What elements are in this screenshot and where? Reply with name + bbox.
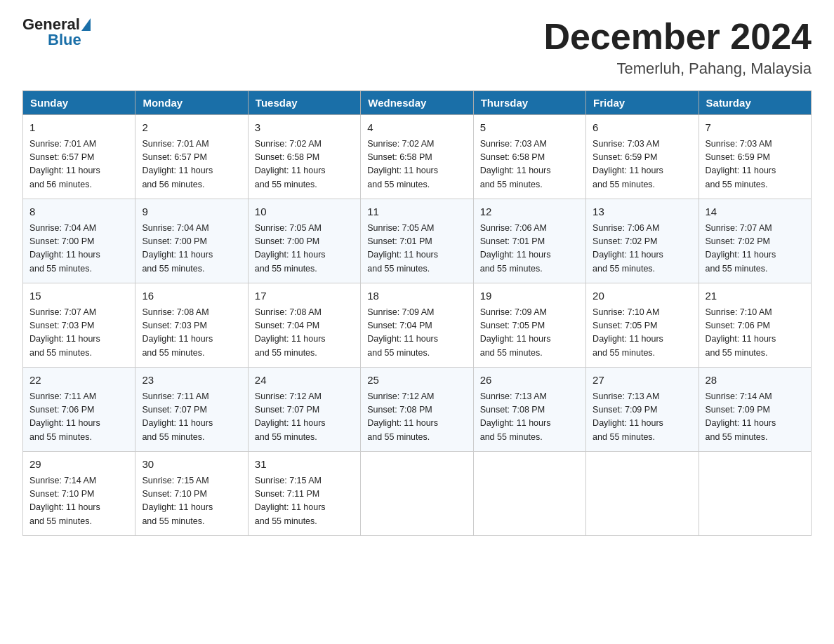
calendar-week-row: 22Sunrise: 7:11 AMSunset: 7:06 PMDayligh… [23, 368, 812, 452]
calendar-week-row: 15Sunrise: 7:07 AMSunset: 7:03 PMDayligh… [23, 283, 812, 368]
day-info: Sunrise: 7:02 AMSunset: 6:58 PMDaylight:… [367, 137, 466, 192]
day-info: Sunrise: 7:15 AMSunset: 7:11 PMDaylight:… [255, 474, 354, 529]
logo-general-text: General [22, 17, 80, 32]
col-header-tuesday: Tuesday [248, 91, 360, 115]
calendar-cell: 1Sunrise: 7:01 AMSunset: 6:57 PMDaylight… [23, 115, 135, 199]
calendar-cell: 30Sunrise: 7:15 AMSunset: 7:10 PMDayligh… [135, 452, 248, 536]
calendar-cell: 17Sunrise: 7:08 AMSunset: 7:04 PMDayligh… [248, 283, 360, 368]
day-number: 24 [255, 373, 354, 389]
calendar-week-row: 8Sunrise: 7:04 AMSunset: 7:00 PMDaylight… [23, 199, 812, 283]
day-number: 9 [142, 204, 241, 220]
calendar-cell: 4Sunrise: 7:02 AMSunset: 6:58 PMDaylight… [361, 115, 473, 199]
col-header-monday: Monday [135, 91, 248, 115]
day-info: Sunrise: 7:06 AMSunset: 7:01 PMDaylight:… [480, 222, 579, 276]
day-number: 30 [142, 457, 241, 473]
title-area: December 2024 Temerluh, Pahang, Malaysia [543, 17, 812, 78]
calendar-cell: 8Sunrise: 7:04 AMSunset: 7:00 PMDaylight… [23, 199, 135, 283]
calendar-cell: 21Sunrise: 7:10 AMSunset: 7:06 PMDayligh… [699, 283, 811, 368]
calendar-cell: 19Sunrise: 7:09 AMSunset: 7:05 PMDayligh… [473, 283, 585, 368]
calendar-table: SundayMondayTuesdayWednesdayThursdayFrid… [22, 90, 812, 536]
day-number: 8 [29, 204, 128, 220]
day-number: 21 [706, 288, 805, 304]
day-number: 23 [142, 373, 241, 389]
calendar-cell: 14Sunrise: 7:07 AMSunset: 7:02 PMDayligh… [699, 199, 811, 283]
day-info: Sunrise: 7:05 AMSunset: 7:01 PMDaylight:… [367, 222, 466, 276]
day-info: Sunrise: 7:06 AMSunset: 7:02 PMDaylight:… [593, 222, 691, 276]
logo: General Blue [22, 17, 92, 49]
calendar-cell: 16Sunrise: 7:08 AMSunset: 7:03 PMDayligh… [135, 283, 248, 368]
calendar-cell: 22Sunrise: 7:11 AMSunset: 7:06 PMDayligh… [23, 368, 135, 452]
day-number: 31 [255, 457, 354, 473]
col-header-saturday: Saturday [699, 91, 811, 115]
day-info: Sunrise: 7:13 AMSunset: 7:09 PMDaylight:… [593, 390, 691, 445]
day-number: 4 [367, 120, 466, 136]
calendar-week-row: 1Sunrise: 7:01 AMSunset: 6:57 PMDaylight… [23, 115, 812, 199]
logo-blue-text: Blue [48, 31, 81, 49]
day-info: Sunrise: 7:08 AMSunset: 7:03 PMDaylight:… [142, 306, 241, 361]
day-info: Sunrise: 7:05 AMSunset: 7:00 PMDaylight:… [255, 222, 354, 276]
calendar-cell: 11Sunrise: 7:05 AMSunset: 7:01 PMDayligh… [361, 199, 473, 283]
day-number: 3 [255, 120, 354, 136]
day-number: 19 [480, 288, 579, 304]
day-info: Sunrise: 7:03 AMSunset: 6:59 PMDaylight:… [706, 137, 805, 192]
day-info: Sunrise: 7:09 AMSunset: 7:05 PMDaylight:… [480, 306, 579, 361]
col-header-friday: Friday [586, 91, 699, 115]
day-info: Sunrise: 7:11 AMSunset: 7:06 PMDaylight:… [29, 390, 128, 445]
calendar-cell: 29Sunrise: 7:14 AMSunset: 7:10 PMDayligh… [23, 452, 135, 536]
logo-triangle-icon [81, 18, 91, 31]
day-info: Sunrise: 7:04 AMSunset: 7:00 PMDaylight:… [29, 222, 128, 276]
calendar-cell: 28Sunrise: 7:14 AMSunset: 7:09 PMDayligh… [699, 368, 811, 452]
location-title: Temerluh, Pahang, Malaysia [543, 60, 812, 78]
day-info: Sunrise: 7:03 AMSunset: 6:58 PMDaylight:… [480, 137, 579, 192]
calendar-cell: 9Sunrise: 7:04 AMSunset: 7:00 PMDaylight… [135, 199, 248, 283]
day-number: 22 [29, 373, 128, 389]
calendar-cell: 25Sunrise: 7:12 AMSunset: 7:08 PMDayligh… [361, 368, 473, 452]
calendar-cell: 15Sunrise: 7:07 AMSunset: 7:03 PMDayligh… [23, 283, 135, 368]
day-info: Sunrise: 7:08 AMSunset: 7:04 PMDaylight:… [255, 306, 354, 361]
col-header-thursday: Thursday [473, 91, 585, 115]
col-header-sunday: Sunday [23, 91, 135, 115]
calendar-cell: 6Sunrise: 7:03 AMSunset: 6:59 PMDaylight… [586, 115, 699, 199]
header: General Blue December 2024 Temerluh, Pah… [22, 17, 812, 78]
day-info: Sunrise: 7:14 AMSunset: 7:09 PMDaylight:… [706, 390, 805, 445]
day-info: Sunrise: 7:07 AMSunset: 7:02 PMDaylight:… [706, 222, 805, 276]
calendar-cell [699, 452, 811, 536]
day-info: Sunrise: 7:02 AMSunset: 6:58 PMDaylight:… [255, 137, 354, 192]
calendar-cell: 10Sunrise: 7:05 AMSunset: 7:00 PMDayligh… [248, 199, 360, 283]
day-info: Sunrise: 7:09 AMSunset: 7:04 PMDaylight:… [367, 306, 466, 361]
day-info: Sunrise: 7:11 AMSunset: 7:07 PMDaylight:… [142, 390, 241, 445]
day-number: 28 [706, 373, 805, 389]
calendar-cell: 26Sunrise: 7:13 AMSunset: 7:08 PMDayligh… [473, 368, 585, 452]
day-info: Sunrise: 7:01 AMSunset: 6:57 PMDaylight:… [142, 137, 241, 192]
day-info: Sunrise: 7:15 AMSunset: 7:10 PMDaylight:… [142, 474, 241, 529]
calendar-cell: 12Sunrise: 7:06 AMSunset: 7:01 PMDayligh… [473, 199, 585, 283]
day-info: Sunrise: 7:01 AMSunset: 6:57 PMDaylight:… [29, 137, 128, 192]
day-number: 13 [593, 204, 691, 220]
calendar-cell: 31Sunrise: 7:15 AMSunset: 7:11 PMDayligh… [248, 452, 360, 536]
calendar-week-row: 29Sunrise: 7:14 AMSunset: 7:10 PMDayligh… [23, 452, 812, 536]
day-number: 1 [29, 120, 128, 136]
day-number: 7 [706, 120, 805, 136]
day-info: Sunrise: 7:12 AMSunset: 7:08 PMDaylight:… [367, 390, 466, 445]
day-number: 11 [367, 204, 466, 220]
calendar-cell [586, 452, 699, 536]
day-info: Sunrise: 7:10 AMSunset: 7:05 PMDaylight:… [593, 306, 691, 361]
month-title: December 2024 [543, 17, 812, 57]
day-info: Sunrise: 7:14 AMSunset: 7:10 PMDaylight:… [29, 474, 128, 529]
calendar-cell: 2Sunrise: 7:01 AMSunset: 6:57 PMDaylight… [135, 115, 248, 199]
calendar-cell [361, 452, 473, 536]
day-number: 16 [142, 288, 241, 304]
calendar-cell: 3Sunrise: 7:02 AMSunset: 6:58 PMDaylight… [248, 115, 360, 199]
calendar-cell: 27Sunrise: 7:13 AMSunset: 7:09 PMDayligh… [586, 368, 699, 452]
day-number: 6 [593, 120, 691, 136]
day-number: 15 [29, 288, 128, 304]
day-info: Sunrise: 7:12 AMSunset: 7:07 PMDaylight:… [255, 390, 354, 445]
calendar-cell: 23Sunrise: 7:11 AMSunset: 7:07 PMDayligh… [135, 368, 248, 452]
day-number: 20 [593, 288, 691, 304]
calendar-cell [473, 452, 585, 536]
day-number: 5 [480, 120, 579, 136]
day-number: 12 [480, 204, 579, 220]
day-number: 2 [142, 120, 241, 136]
calendar-cell: 13Sunrise: 7:06 AMSunset: 7:02 PMDayligh… [586, 199, 699, 283]
day-number: 29 [29, 457, 128, 473]
